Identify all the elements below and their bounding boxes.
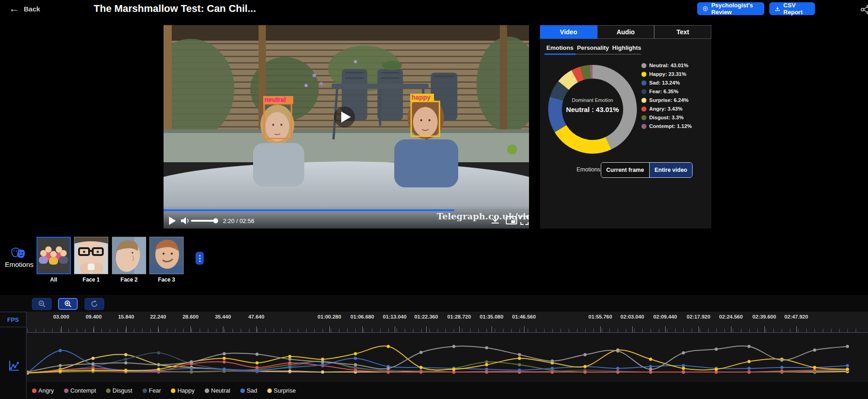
data-point-angry[interactable] bbox=[715, 371, 718, 374]
data-point-neutral[interactable] bbox=[452, 345, 455, 348]
data-point-sad[interactable] bbox=[780, 366, 783, 369]
data-point-angry[interactable] bbox=[419, 371, 423, 374]
data-point-sad[interactable] bbox=[485, 368, 488, 371]
data-point-happy[interactable] bbox=[157, 368, 160, 371]
data-point-happy[interactable] bbox=[747, 360, 751, 363]
entire-video-button[interactable]: Entire video bbox=[650, 163, 693, 177]
data-point-surprise[interactable] bbox=[288, 370, 291, 373]
data-point-disgust[interactable] bbox=[518, 363, 521, 367]
data-point-happy[interactable] bbox=[321, 358, 324, 361]
subtab-emotions[interactable]: Emotions bbox=[546, 44, 573, 51]
tab-video[interactable]: Video bbox=[540, 25, 597, 39]
timeline-reset-button[interactable] bbox=[85, 298, 104, 310]
data-point-happy[interactable] bbox=[124, 369, 127, 372]
subtab-personality[interactable]: Personality bbox=[577, 44, 609, 51]
data-point-happy[interactable] bbox=[846, 368, 849, 371]
data-point-surprise[interactable] bbox=[321, 371, 324, 374]
data-point-neutral[interactable] bbox=[58, 364, 62, 367]
data-point-happy[interactable] bbox=[58, 370, 62, 373]
data-point-sad[interactable] bbox=[190, 367, 193, 370]
data-point-sad[interactable] bbox=[321, 363, 324, 367]
data-point-neutral[interactable] bbox=[616, 350, 619, 353]
tab-text[interactable]: Text bbox=[654, 25, 711, 39]
data-point-neutral[interactable] bbox=[157, 363, 160, 367]
data-point-sad[interactable] bbox=[255, 369, 259, 372]
data-point-sad[interactable] bbox=[846, 364, 849, 367]
current-frame-button[interactable]: Current frame bbox=[601, 163, 650, 177]
data-point-angry[interactable] bbox=[354, 369, 357, 372]
data-point-happy[interactable] bbox=[813, 366, 816, 369]
data-point-neutral[interactable] bbox=[715, 348, 718, 351]
data-point-happy[interactable] bbox=[255, 362, 259, 365]
data-point-angry[interactable] bbox=[222, 361, 226, 364]
data-point-sad[interactable] bbox=[649, 365, 652, 368]
data-point-angry[interactable] bbox=[682, 371, 685, 374]
data-point-angry[interactable] bbox=[386, 371, 390, 374]
data-point-angry[interactable] bbox=[288, 362, 291, 365]
data-point-neutral[interactable] bbox=[91, 362, 95, 366]
data-point-happy[interactable] bbox=[649, 358, 652, 361]
data-point-neutral[interactable] bbox=[321, 361, 324, 364]
data-point-angry[interactable] bbox=[550, 371, 554, 374]
data-point-happy[interactable] bbox=[452, 368, 455, 371]
data-point-sad[interactable] bbox=[616, 367, 619, 370]
data-point-angry[interactable] bbox=[813, 369, 816, 372]
subtab-highlights[interactable]: Highlights bbox=[612, 44, 641, 51]
data-point-happy[interactable] bbox=[354, 352, 357, 356]
data-point-neutral[interactable] bbox=[386, 367, 390, 370]
csv-report-button[interactable]: CSV Report bbox=[769, 2, 815, 15]
face-thumb-2[interactable] bbox=[112, 237, 146, 274]
data-point-surprise[interactable] bbox=[91, 357, 95, 360]
data-point-sad[interactable] bbox=[288, 366, 291, 369]
data-point-surprise[interactable] bbox=[124, 353, 127, 356]
data-point-happy[interactable] bbox=[485, 363, 488, 367]
data-point-neutral[interactable] bbox=[419, 351, 423, 354]
data-point-neutral[interactable] bbox=[518, 353, 521, 356]
data-point-neutral[interactable] bbox=[222, 352, 226, 356]
data-point-fear[interactable] bbox=[124, 358, 127, 361]
data-point-neutral[interactable] bbox=[583, 353, 587, 356]
data-point-angry[interactable] bbox=[485, 371, 488, 374]
data-point-sad[interactable] bbox=[222, 368, 226, 371]
play-overlay-button[interactable] bbox=[334, 106, 355, 128]
data-point-happy[interactable] bbox=[222, 357, 226, 360]
data-point-happy[interactable] bbox=[518, 357, 521, 360]
data-point-sad[interactable] bbox=[354, 357, 357, 360]
data-point-angry[interactable] bbox=[583, 371, 587, 374]
timeline-zoom-in-button[interactable] bbox=[58, 298, 78, 310]
data-point-angry[interactable] bbox=[255, 366, 259, 369]
faces-more-button[interactable] bbox=[196, 252, 204, 265]
data-point-happy[interactable] bbox=[419, 366, 423, 369]
data-point-sad[interactable] bbox=[518, 369, 521, 372]
data-point-disgust[interactable] bbox=[190, 371, 193, 374]
data-point-angry[interactable] bbox=[452, 371, 455, 374]
timeline-ruler[interactable]: 03.00009.40015.84022.24028.60035.44047.6… bbox=[0, 312, 868, 333]
data-point-happy[interactable] bbox=[583, 365, 587, 368]
data-point-angry[interactable] bbox=[616, 371, 619, 374]
face-thumb-3[interactable] bbox=[149, 237, 184, 274]
data-point-neutral[interactable] bbox=[813, 349, 816, 352]
data-point-disgust[interactable] bbox=[485, 361, 488, 364]
share-icon[interactable] bbox=[861, 5, 868, 14]
data-point-neutral[interactable] bbox=[288, 358, 291, 361]
data-point-sad[interactable] bbox=[682, 364, 685, 367]
data-point-sad[interactable] bbox=[550, 367, 554, 370]
tab-audio[interactable]: Audio bbox=[597, 25, 654, 39]
data-point-neutral[interactable] bbox=[682, 351, 685, 355]
data-point-neutral[interactable] bbox=[550, 360, 554, 363]
data-point-neutral[interactable] bbox=[846, 345, 849, 348]
data-point-neutral[interactable] bbox=[485, 346, 488, 350]
data-point-happy[interactable] bbox=[715, 368, 718, 371]
face-thumb-1[interactable] bbox=[74, 237, 108, 274]
back-button[interactable]: ← Back bbox=[9, 4, 40, 14]
data-point-happy[interactable] bbox=[386, 345, 390, 348]
data-point-neutral[interactable] bbox=[747, 345, 751, 348]
data-point-neutral[interactable] bbox=[649, 368, 652, 371]
data-point-neutral[interactable] bbox=[190, 361, 193, 364]
data-point-angry[interactable] bbox=[747, 371, 751, 374]
video-progress-bar[interactable] bbox=[164, 209, 529, 211]
face-thumb-all[interactable] bbox=[37, 237, 71, 274]
video-player[interactable]: neutral happy Telegraph.co.uk/video 2:20… bbox=[164, 25, 529, 229]
psychologist-review-button[interactable]: Psychologist's Review bbox=[697, 2, 764, 15]
timeline-zoom-out-button[interactable] bbox=[32, 298, 52, 310]
